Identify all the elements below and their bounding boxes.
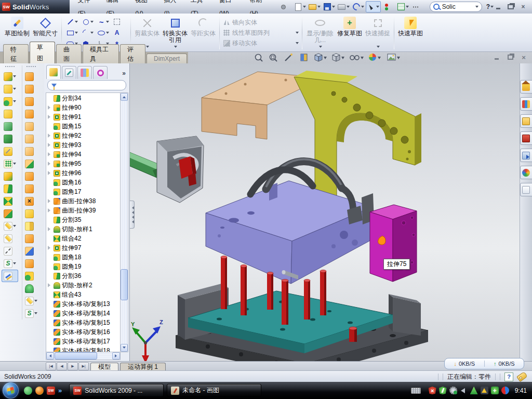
magnifying-glass-icon[interactable]: [285, 54, 292, 61]
search-box[interactable]: [430, 2, 482, 12]
reference-geometry-icon[interactable]: [23, 295, 39, 307]
configurationmanager-tab[interactable]: [77, 66, 92, 79]
minimize-button[interactable]: [494, 3, 503, 11]
mirror-entities-button[interactable]: 镜向实体: [222, 18, 300, 27]
first-tab-button[interactable]: |◀: [46, 362, 56, 370]
taskbar-task-button[interactable]: SW SolidWorks 2009 - ...: [69, 384, 164, 397]
home-icon[interactable]: [520, 80, 532, 94]
solidworks-resources-icon[interactable]: [520, 131, 532, 145]
tree-vertical-scrollbar[interactable]: [120, 92, 128, 352]
tree-item[interactable]: 实体-移动/复制17: [48, 337, 120, 346]
tree-item[interactable]: 拉伸91: [48, 112, 120, 122]
offset-entities-button[interactable]: 等距实体: [189, 15, 217, 50]
line-icon[interactable]: [65, 17, 81, 28]
tree-item[interactable]: 分割35: [48, 215, 120, 224]
toolbar-grip[interactable]: [26, 65, 36, 68]
taskbar-task-button[interactable]: 未命名 - 画图: [167, 384, 261, 397]
zoom-area-icon[interactable]: [270, 55, 277, 62]
tree-item[interactable]: 曲面-拉伸39: [48, 206, 120, 215]
zoom-fit-icon[interactable]: [256, 55, 263, 62]
tree-item[interactable]: 拉伸96: [48, 168, 120, 178]
search-dropdown-icon[interactable]: [475, 6, 478, 9]
pin-icon[interactable]: [278, 2, 292, 12]
tree-item[interactable]: 圆角17: [48, 187, 120, 196]
sketch-text-icon[interactable]: A: [112, 28, 127, 38]
repair-sketch-button[interactable]: 修复草图: [336, 15, 364, 50]
security-shield-icon[interactable]: [439, 387, 447, 394]
arc-icon[interactable]: [81, 28, 96, 38]
boundary-surface-icon[interactable]: [23, 95, 39, 108]
tree-item[interactable]: 拉伸90: [48, 103, 120, 112]
linear-sketch-pattern-button[interactable]: 线性草图阵列: [222, 28, 300, 37]
fillet-surface-icon[interactable]: [23, 270, 39, 282]
media-player-icon[interactable]: [35, 387, 44, 395]
propertymanager-tab[interactable]: [62, 66, 76, 79]
dome-icon[interactable]: [23, 282, 39, 295]
open-icon[interactable]: [308, 2, 322, 12]
move-entities-button[interactable]: 移动实体: [222, 38, 300, 48]
convert-entities-dropdown-icon[interactable]: [174, 46, 177, 49]
next-tab-button[interactable]: ▶: [68, 362, 78, 370]
document-close-button[interactable]: ×: [520, 54, 528, 61]
move-copy-bodies-icon[interactable]: [2, 207, 18, 220]
update-icon[interactable]: [449, 387, 457, 394]
alert-icon[interactable]: [481, 387, 488, 394]
sync-icon[interactable]: [501, 387, 509, 394]
quick-snaps-button[interactable]: 快速捕捉: [364, 15, 392, 50]
swept-surface-icon[interactable]: [23, 70, 39, 83]
tree-item[interactable]: 圆角16: [48, 178, 120, 187]
reference-geometry-icon[interactable]: [2, 220, 18, 232]
keyboard-icon[interactable]: [411, 388, 421, 394]
close-button[interactable]: ×: [518, 3, 528, 11]
scene-icon[interactable]: [388, 54, 400, 60]
command-manager-tab[interactable]: 曲面: [56, 44, 82, 63]
antivirus-alert-icon[interactable]: [429, 387, 436, 394]
panel-tabs-overflow-icon[interactable]: »: [122, 70, 128, 79]
expand-arrow-icon[interactable]: [48, 162, 52, 166]
tree-item[interactable]: 拉伸95: [48, 159, 120, 168]
scroll-right-icon[interactable]: [112, 352, 120, 360]
motion-study-tab[interactable]: 运动算例 1: [120, 363, 166, 371]
messenger-icon[interactable]: [24, 387, 32, 395]
plane-icon[interactable]: [2, 232, 18, 245]
save-icon[interactable]: [322, 2, 336, 12]
command-manager-tab[interactable]: 评估: [120, 44, 145, 63]
expand-arrow-icon[interactable]: [48, 105, 52, 110]
graphics-area[interactable]: Y Z X 拉伸75: [130, 63, 520, 361]
delete-face-icon[interactable]: [23, 195, 39, 207]
rectangle-icon[interactable]: [65, 28, 81, 38]
tree-horizontal-scrollbar[interactable]: [46, 352, 121, 360]
selection-filter-icon[interactable]: [381, 2, 395, 12]
vertical-scroll-thumb[interactable]: [121, 269, 128, 300]
untrim-surface-icon[interactable]: [23, 207, 39, 220]
mid-surface-icon[interactable]: [23, 220, 39, 232]
expand-arrow-icon[interactable]: [48, 227, 52, 231]
combine-bodies-icon[interactable]: [2, 195, 18, 207]
radiate-surface-icon[interactable]: [23, 182, 39, 195]
quick-tips-button[interactable]: ?: [504, 373, 513, 381]
hole-wizard-icon[interactable]: [2, 145, 18, 157]
display-delete-relations-button[interactable]: 显示/删除几...: [304, 15, 336, 50]
expand-arrow-icon[interactable]: [48, 199, 52, 203]
last-tab-button[interactable]: ▶|: [78, 362, 89, 370]
custom-properties-icon[interactable]: [520, 183, 532, 196]
appearances-icon[interactable]: [520, 166, 532, 179]
extruded-boss-icon[interactable]: [2, 70, 18, 83]
view-palette-icon[interactable]: [520, 149, 532, 162]
dimxpertmanager-tab[interactable]: [93, 66, 108, 79]
featuremanager-tab[interactable]: [46, 65, 61, 79]
tree-item[interactable]: 实体-移动/复制16: [48, 327, 120, 337]
document-minimize-button[interactable]: [493, 54, 501, 61]
expand-arrow-icon[interactable]: [48, 134, 52, 138]
command-manager-tab[interactable]: 模具工具: [83, 44, 119, 63]
hide-show-items-icon[interactable]: [350, 56, 364, 60]
tree-item[interactable]: 分割34: [48, 94, 120, 103]
expand-arrow-icon[interactable]: [48, 171, 52, 175]
scroll-left-icon[interactable]: [46, 352, 54, 360]
file-explorer-icon[interactable]: [520, 114, 532, 128]
section-view-icon[interactable]: [301, 54, 307, 61]
curves-icon[interactable]: [23, 307, 39, 320]
print-icon[interactable]: [337, 2, 351, 12]
tree-item[interactable]: 实体-移动/复制15: [48, 318, 120, 327]
expand-arrow-icon[interactable]: [48, 208, 52, 212]
